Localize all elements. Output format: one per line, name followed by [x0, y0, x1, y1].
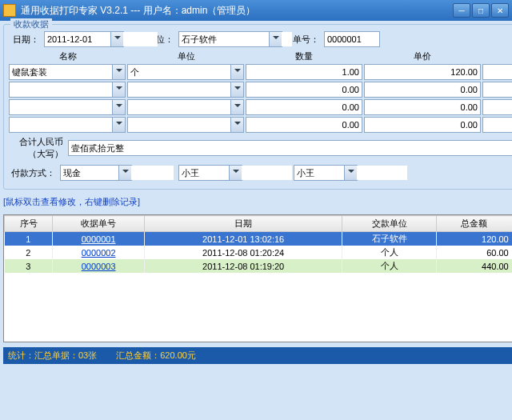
line-name-field[interactable]: [9, 82, 126, 98]
maximize-button[interactable]: □: [472, 3, 490, 18]
line-unit-field[interactable]: [127, 82, 244, 98]
line-price-field[interactable]: [364, 82, 481, 98]
line-name-field[interactable]: [9, 117, 126, 133]
titlebar: 通用收据打印专家 V3.2.1 --- 用户名：admin（管理员） ─ □ ✕: [0, 0, 512, 21]
paymethod-label: 付款方式：: [9, 167, 57, 179]
chevron-down-icon[interactable]: [230, 118, 243, 132]
line-price-field[interactable]: [364, 117, 481, 133]
line-amount-field[interactable]: [482, 82, 512, 98]
chevron-down-icon[interactable]: [112, 65, 125, 79]
chevron-down-icon[interactable]: [118, 166, 131, 180]
chevron-down-icon[interactable]: [112, 82, 125, 97]
account-field[interactable]: [178, 165, 242, 181]
line-unit-field[interactable]: [127, 99, 244, 115]
payee-field[interactable]: [294, 165, 358, 181]
window-title: 通用收据打印专家 V3.2.1 --- 用户名：admin（管理员）: [21, 4, 453, 18]
line-qty-field[interactable]: [246, 117, 362, 133]
status-sum: 汇总金额：620.00元: [116, 350, 196, 362]
close-button[interactable]: ✕: [491, 3, 509, 18]
total-cn-label: 合计人民币 （大写）: [9, 136, 65, 160]
group-title: 收款收据: [10, 18, 52, 30]
date-label: 日期：: [9, 34, 41, 46]
line-item-row: [9, 117, 512, 133]
status-bar: 统计：汇总单据：03张 汇总金额：620.00元: [3, 347, 512, 364]
chevron-down-icon[interactable]: [110, 32, 123, 46]
table-row[interactable]: 200000022011-12-08 01:20:24个人60.00现金小王: [5, 246, 513, 259]
status-count: 统计：汇总单据：03张: [8, 350, 97, 362]
line-price-field[interactable]: [364, 99, 481, 115]
chevron-down-icon[interactable]: [112, 100, 125, 114]
line-amount-field[interactable]: [482, 64, 512, 80]
line-name-field[interactable]: [9, 64, 126, 80]
paymethod-field[interactable]: [60, 165, 132, 181]
receipt-form-group: 收款收据 日期： 交款单位： 单号： 名称单位 数量单价 金额备注 合计人民币 …: [3, 24, 512, 190]
records-hint: [鼠标双击查看修改，右键删除记录]: [3, 196, 512, 208]
chevron-down-icon[interactable]: [269, 32, 282, 46]
minimize-button[interactable]: ─: [453, 3, 470, 18]
line-unit-field[interactable]: [127, 64, 244, 80]
line-amount-field[interactable]: [482, 117, 512, 133]
app-icon: [3, 4, 16, 17]
chevron-down-icon[interactable]: [230, 65, 243, 79]
line-amount-field[interactable]: [482, 99, 512, 115]
chevron-down-icon[interactable]: [230, 100, 243, 114]
payer-field[interactable]: [178, 31, 282, 47]
col-date[interactable]: 日期: [145, 216, 342, 232]
chevron-down-icon[interactable]: [112, 118, 125, 132]
line-item-row: [9, 99, 512, 115]
line-item-row: [9, 82, 512, 98]
table-row[interactable]: 300000032011-12-08 01:19:20个人440.00刷卡小王: [5, 259, 513, 273]
chevron-down-icon[interactable]: [344, 166, 357, 180]
total-cn-field[interactable]: [68, 140, 512, 156]
col-payer[interactable]: 交款单位: [342, 216, 437, 232]
records-table[interactable]: 序号收据单号日期交款单位总金额付款方式会计收款人100000012011-12-…: [3, 214, 512, 342]
line-unit-field[interactable]: [127, 117, 244, 133]
line-qty-field[interactable]: [246, 82, 362, 98]
line-item-row: [9, 64, 512, 80]
col-seq[interactable]: 序号: [5, 216, 53, 232]
line-qty-field[interactable]: [246, 99, 362, 115]
billno-field[interactable]: [324, 31, 380, 47]
line-name-field[interactable]: [9, 99, 126, 115]
date-field[interactable]: [44, 31, 124, 47]
col-total[interactable]: 总金额: [436, 216, 512, 232]
table-row[interactable]: 100000012011-12-01 13:02:16石子软件120.00现金小…: [5, 232, 513, 246]
chevron-down-icon[interactable]: [229, 166, 242, 180]
col-billno[interactable]: 收据单号: [53, 216, 145, 232]
line-price-field[interactable]: [364, 64, 481, 80]
line-qty-field[interactable]: [246, 64, 362, 80]
chevron-down-icon[interactable]: [230, 82, 243, 97]
line-items-header: 名称单位 数量单价 金额备注: [9, 50, 512, 62]
